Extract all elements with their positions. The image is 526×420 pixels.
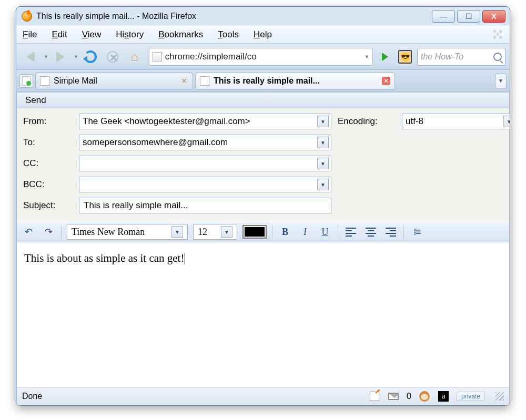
search-icon[interactable] xyxy=(493,53,502,61)
to-value: somepersonsomewhere@gmail.com xyxy=(83,137,317,148)
search-placeholder: the How-To xyxy=(421,52,490,62)
text-color-button[interactable] xyxy=(242,225,267,239)
minimize-button[interactable]: — xyxy=(432,10,455,23)
menubar: File Edit View History Bookmarks Tools H… xyxy=(16,26,510,44)
message-body[interactable]: This is about as simple as it can get! xyxy=(17,242,509,387)
forward-dropdown[interactable]: ▼ xyxy=(74,54,78,59)
subject-label: Subject: xyxy=(23,200,73,211)
encoding-field[interactable]: utf-8 ▼ xyxy=(402,114,510,129)
align-right-button[interactable] xyxy=(383,224,398,239)
mail-compose-area: Send From: The Geek <howtogeektester@gma… xyxy=(16,92,510,405)
tabstrip: Simple Mail ✕ This is really simple mail… xyxy=(16,70,510,92)
send-button[interactable]: Send xyxy=(22,94,49,107)
resize-grip[interactable] xyxy=(495,392,504,401)
encoding-label: Encoding: xyxy=(338,116,396,127)
chevron-down-icon[interactable]: ▼ xyxy=(221,226,232,238)
tab-favicon xyxy=(200,76,209,86)
font-family-select[interactable]: Times New Roman ▼ xyxy=(67,224,188,240)
tab-close-button[interactable]: ✕ xyxy=(382,77,390,85)
home-button[interactable]: ⌂ xyxy=(125,47,145,67)
reload-button[interactable] xyxy=(80,47,100,67)
chevron-down-icon[interactable]: ▼ xyxy=(317,158,329,169)
align-center-icon xyxy=(366,228,376,237)
tab-simple-mail[interactable]: Simple Mail ✕ xyxy=(35,73,193,89)
menu-tools[interactable]: Tools xyxy=(215,28,242,41)
status-text: Done xyxy=(22,392,361,401)
arrow-left-icon xyxy=(26,52,35,62)
subject-field[interactable]: This is really simple mail... xyxy=(79,198,331,213)
url-bar[interactable]: chrome://simplemail/co ▼ xyxy=(149,48,373,66)
undo-button[interactable]: ↶ xyxy=(21,224,36,239)
back-button[interactable] xyxy=(21,47,41,67)
editor-toolbar: ↶ ↷ Times New Roman ▼ 12 ▼ B I U xyxy=(17,221,509,242)
menu-file[interactable]: File xyxy=(19,28,40,41)
back-dropdown[interactable]: ▼ xyxy=(44,54,48,59)
tab-label: Simple Mail xyxy=(54,76,176,86)
bold-button[interactable]: B xyxy=(278,224,292,239)
separator xyxy=(403,225,404,239)
chevron-down-icon[interactable]: ▼ xyxy=(171,226,183,238)
face-icon: 😎 xyxy=(398,50,412,64)
redo-button[interactable]: ↷ xyxy=(41,224,56,239)
forward-button[interactable] xyxy=(50,47,70,67)
a-badge-icon: a xyxy=(438,391,449,402)
maximize-button[interactable]: ☐ xyxy=(457,10,480,23)
new-tab-button[interactable] xyxy=(19,74,33,88)
tab-close-button[interactable]: ✕ xyxy=(180,77,188,85)
url-text[interactable]: chrome://simplemail/co xyxy=(165,52,360,62)
toolbar-grip-icon xyxy=(489,26,505,43)
stop-icon xyxy=(107,51,118,63)
subject-value: This is really simple mail... xyxy=(84,200,188,211)
compose-status-icon[interactable] xyxy=(369,391,380,402)
align-left-icon xyxy=(346,228,356,237)
chevron-down-icon[interactable]: ▼ xyxy=(503,116,510,127)
encoding-value: utf-8 xyxy=(406,116,503,127)
titlebar: This is really simple mail... - Mozilla … xyxy=(16,7,510,26)
underline-button[interactable]: U xyxy=(318,224,332,239)
mail-status-icon[interactable] xyxy=(388,391,399,402)
align-right-icon xyxy=(386,228,396,237)
menu-bookmarks[interactable]: Bookmarks xyxy=(155,28,206,41)
greasemonkey-icon[interactable] xyxy=(419,391,430,402)
statusbar: Done 0 a private xyxy=(17,387,509,405)
url-dropdown[interactable]: ▼ xyxy=(365,54,369,59)
align-center-button[interactable] xyxy=(363,224,378,239)
tab-compose[interactable]: This is really simple mail... ✕ xyxy=(195,73,395,89)
tabs-overflow-button[interactable]: ▼ xyxy=(495,74,507,88)
go-button[interactable] xyxy=(377,49,393,65)
mail-count: 0 xyxy=(407,392,411,401)
italic-button[interactable]: I xyxy=(298,224,312,239)
from-field[interactable]: The Geek <howtogeektester@gmail.com> ▼ xyxy=(79,114,331,129)
menu-history[interactable]: History xyxy=(113,28,147,41)
search-box[interactable]: the How-To xyxy=(417,48,505,66)
private-indicator[interactable]: private xyxy=(457,392,485,401)
envelope-icon xyxy=(388,393,399,400)
chevron-down-icon[interactable]: ▼ xyxy=(317,179,329,190)
chevron-down-icon[interactable]: ▼ xyxy=(317,116,329,127)
reload-icon xyxy=(84,50,97,63)
bcc-field[interactable]: ▼ xyxy=(79,177,331,192)
close-button[interactable]: X xyxy=(482,10,505,23)
adblock-icon[interactable]: a xyxy=(438,391,449,402)
nav-toolbar: ▼ ▼ ⌂ chrome://simplemail/co ▼ 😎 the How… xyxy=(16,44,510,70)
align-left-button[interactable] xyxy=(343,224,358,239)
home-icon: ⌂ xyxy=(131,49,139,64)
page-identity-icon[interactable] xyxy=(153,52,162,62)
cc-field[interactable]: ▼ xyxy=(79,156,331,171)
menu-help[interactable]: Help xyxy=(250,28,275,41)
bullet-list-button[interactable]: ⁞≡ xyxy=(409,224,424,239)
bcc-label: BCC: xyxy=(23,179,73,190)
menu-edit[interactable]: Edit xyxy=(48,28,70,41)
tab-label: This is really simple mail... xyxy=(214,76,378,86)
stop-button[interactable] xyxy=(103,47,123,67)
persona-button[interactable]: 😎 xyxy=(395,47,415,67)
window-controls: — ☐ X xyxy=(432,10,505,23)
arrow-right-icon xyxy=(56,52,65,62)
body-text: This is about as simple as it can get! xyxy=(24,252,184,264)
menu-view[interactable]: View xyxy=(79,28,105,41)
chevron-down-icon[interactable]: ▼ xyxy=(317,137,329,148)
font-size-select[interactable]: 12 ▼ xyxy=(193,224,237,240)
cc-label: CC: xyxy=(23,158,73,169)
to-field[interactable]: somepersonsomewhere@gmail.com ▼ xyxy=(79,135,331,150)
tab-favicon xyxy=(40,76,49,86)
